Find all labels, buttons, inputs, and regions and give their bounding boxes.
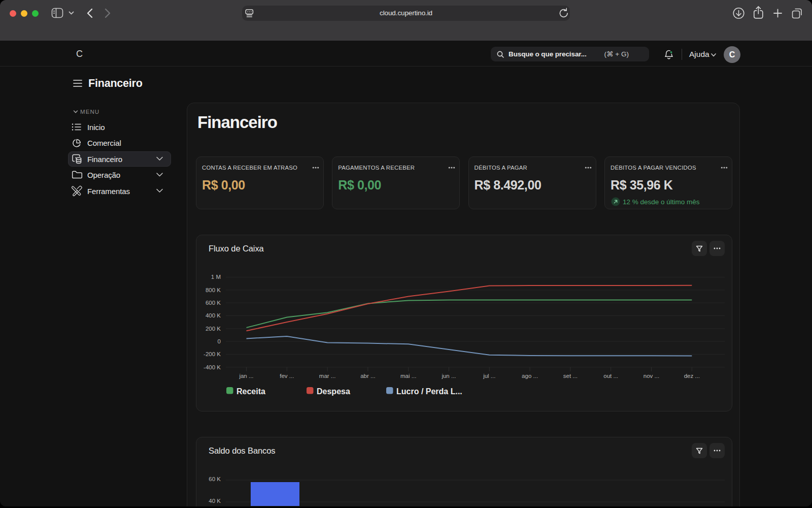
svg-text:mar ...: mar ... [319,373,335,379]
svg-text:set ...: set ... [563,373,577,379]
svg-text:Lucro / Perda L...: Lucro / Perda L... [396,387,462,395]
svg-text:fev ...: fev ... [280,373,294,379]
svg-text:400 K: 400 K [205,312,220,319]
svg-text:nov ...: nov ... [643,373,659,379]
svg-text:Despesa: Despesa [317,387,350,395]
svg-text:abr ...: abr ... [360,373,375,379]
svg-text:0: 0 [217,338,220,344]
svg-text:800 K: 800 K [205,287,220,293]
svg-text:dez ...: dez ... [684,373,699,379]
svg-text:40 K: 40 K [209,498,221,504]
svg-text:60 K: 60 K [209,476,221,482]
svg-text:jan ...: jan ... [239,373,253,379]
svg-text:-400 K: -400 K [204,364,221,370]
svg-text:1 M: 1 M [211,274,220,280]
svg-text:-200 K: -200 K [204,351,221,357]
svg-text:600 K: 600 K [205,300,220,306]
svg-text:jun ...: jun ... [441,373,456,379]
svg-text:Receita: Receita [236,387,265,395]
svg-text:jul ...: jul ... [483,373,495,379]
svg-text:200 K: 200 K [205,325,220,331]
svg-text:out ...: out ... [603,373,618,379]
svg-text:mai ...: mai ... [400,373,416,379]
svg-text:ago ...: ago ... [522,373,538,379]
